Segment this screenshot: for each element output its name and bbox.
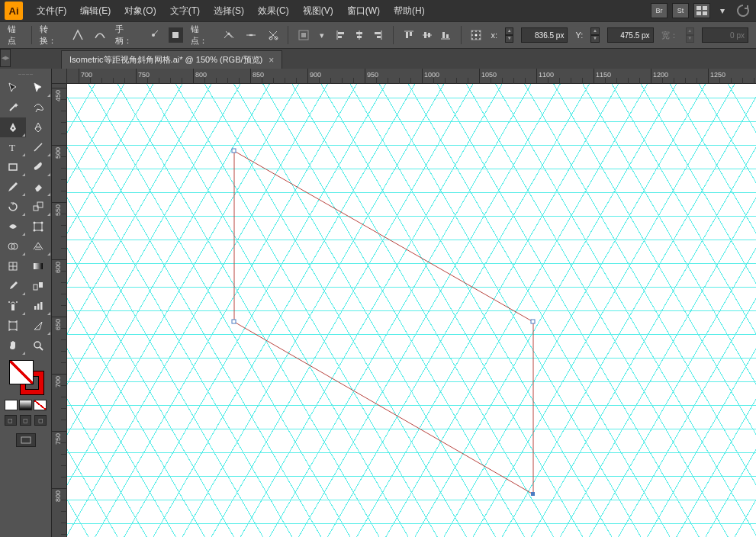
magic-wand-tool[interactable] xyxy=(0,98,26,117)
arrange-docs-icon[interactable] xyxy=(693,3,710,18)
lasso-tool[interactable] xyxy=(26,98,52,117)
blend-tool[interactable] xyxy=(26,276,52,296)
y-label: Y: xyxy=(575,31,583,40)
x-stepper[interactable]: ▲▼ xyxy=(505,27,513,43)
eyedropper-tool[interactable] xyxy=(0,276,26,296)
fill-stroke-swatch[interactable]: ◻ ◻ ◻ xyxy=(0,355,51,452)
menu-object[interactable]: 对象(O) xyxy=(118,2,162,21)
w-field: 0 px xyxy=(702,27,748,43)
pen-tool[interactable] xyxy=(0,117,26,137)
svg-rect-22 xyxy=(375,32,381,34)
gradient-tool[interactable] xyxy=(26,256,52,276)
width-tool[interactable] xyxy=(0,217,26,236)
zoom-tool[interactable] xyxy=(26,336,52,355)
reference-point-icon[interactable] xyxy=(469,27,484,43)
convert-corner-icon[interactable] xyxy=(71,27,85,43)
rotate-tool[interactable] xyxy=(0,197,26,217)
align-vcenter-icon[interactable] xyxy=(420,27,435,43)
svg-point-50 xyxy=(34,222,36,224)
svg-rect-32 xyxy=(446,34,449,38)
stock-icon[interactable]: St xyxy=(672,3,689,18)
document-tab[interactable]: Isometric等距视角斜角网格.ai* @ 150% (RGB/预览) × xyxy=(61,50,282,69)
menu-chevron-down-icon[interactable]: ▾ xyxy=(715,3,730,18)
perspective-grid-tool[interactable] xyxy=(26,236,52,256)
svg-point-53 xyxy=(41,230,43,232)
shaper-tool[interactable] xyxy=(0,177,26,197)
bridge-icon[interactable]: Br xyxy=(651,3,668,18)
x-field[interactable]: 836.5 px xyxy=(521,27,568,43)
free-transform-tool[interactable] xyxy=(26,217,52,236)
align-hcenter-icon[interactable] xyxy=(352,27,367,43)
line-tool[interactable] xyxy=(26,137,52,157)
isolate-chevron-icon[interactable]: ▾ xyxy=(318,27,325,43)
ruler-vertical[interactable]: 450500550600650700750800 xyxy=(52,84,67,537)
draw-behind-icon[interactable]: ◻ xyxy=(20,415,32,426)
artboard-tool[interactable] xyxy=(0,316,26,336)
close-icon[interactable]: × xyxy=(269,55,274,66)
screen-mode-button[interactable] xyxy=(16,433,36,447)
svg-rect-25 xyxy=(406,32,408,38)
paintbrush-tool[interactable] xyxy=(26,157,52,177)
slice-tool[interactable] xyxy=(26,316,52,336)
artboard[interactable] xyxy=(67,84,756,537)
document-tab-title: Isometric等距视角斜角网格.ai* @ 150% (RGB/预览) xyxy=(69,54,262,66)
svg-rect-1 xyxy=(703,6,707,10)
svg-text:T: T xyxy=(9,142,15,153)
curvature-tool[interactable] xyxy=(26,117,52,137)
rectangle-tool[interactable] xyxy=(0,157,26,177)
menu-file[interactable]: 文件(F) xyxy=(31,2,72,21)
mesh-tool[interactable] xyxy=(0,256,26,276)
menu-view[interactable]: 视图(V) xyxy=(297,2,339,21)
menu-type[interactable]: 文字(T) xyxy=(164,2,206,21)
menu-bar: Ai 文件(F) 编辑(E) 对象(O) 文字(T) 选择(S) 效果(C) 视… xyxy=(0,0,756,21)
ruler-origin[interactable] xyxy=(52,69,67,84)
svg-point-41 xyxy=(475,38,477,40)
svg-rect-60 xyxy=(11,304,14,310)
align-top-icon[interactable] xyxy=(401,27,417,43)
draw-color-mode[interactable] xyxy=(5,400,18,410)
connect-anchor-icon[interactable] xyxy=(244,27,259,43)
svg-rect-59 xyxy=(39,282,43,288)
svg-point-67 xyxy=(34,342,40,348)
svg-rect-3 xyxy=(703,11,707,15)
menu-effect[interactable]: 效果(C) xyxy=(252,2,295,21)
draw-normal-icon[interactable]: ◻ xyxy=(5,415,17,426)
remove-anchor-icon[interactable] xyxy=(222,27,236,43)
convert-smooth-icon[interactable] xyxy=(93,27,108,43)
ruler-horizontal[interactable]: 7007508008509009501000105011001150120012… xyxy=(67,69,756,84)
draw-none-mode[interactable] xyxy=(34,400,47,410)
svg-point-52 xyxy=(34,230,36,232)
align-left-icon[interactable] xyxy=(333,27,349,43)
column-graph-tool[interactable] xyxy=(26,296,52,316)
menu-select[interactable]: 选择(S) xyxy=(207,2,250,21)
y-field[interactable]: 475.5 px xyxy=(607,27,654,43)
sync-icon[interactable] xyxy=(735,3,751,18)
direct-selection-tool[interactable] xyxy=(26,78,52,98)
y-stepper[interactable]: ▲▼ xyxy=(590,27,599,43)
menu-window[interactable]: 窗口(W) xyxy=(341,2,386,21)
isolate-icon[interactable] xyxy=(296,27,310,43)
eraser-tool[interactable] xyxy=(26,177,52,197)
scale-tool[interactable] xyxy=(26,197,52,217)
hand-tool[interactable] xyxy=(0,336,26,355)
draw-inside-icon[interactable]: ◻ xyxy=(34,415,47,426)
handle-show-icon[interactable] xyxy=(146,27,161,43)
panel-dock-collapse[interactable]: ◀▶ xyxy=(0,49,11,67)
toolbar-grip[interactable]: ┈┈┈┈ xyxy=(0,72,51,78)
align-bottom-icon[interactable] xyxy=(438,27,453,43)
selection-tool[interactable] xyxy=(0,78,26,98)
menu-help[interactable]: 帮助(H) xyxy=(388,2,431,21)
handle-hide-icon[interactable] xyxy=(169,27,183,43)
type-tool[interactable]: T xyxy=(0,137,26,157)
shape-builder-tool[interactable] xyxy=(0,236,26,256)
fill-swatch[interactable] xyxy=(9,360,34,384)
svg-line-45 xyxy=(34,143,42,151)
symbol-sprayer-tool[interactable] xyxy=(0,296,26,316)
toolbar: ┈┈┈┈ T xyxy=(0,69,52,537)
draw-gradient-mode[interactable] xyxy=(19,400,32,410)
menu-edit[interactable]: 编辑(E) xyxy=(74,2,117,21)
cut-path-icon[interactable] xyxy=(266,27,281,43)
svg-line-5 xyxy=(153,31,158,35)
align-horizontal-group xyxy=(333,27,385,43)
align-right-icon[interactable] xyxy=(370,27,385,43)
